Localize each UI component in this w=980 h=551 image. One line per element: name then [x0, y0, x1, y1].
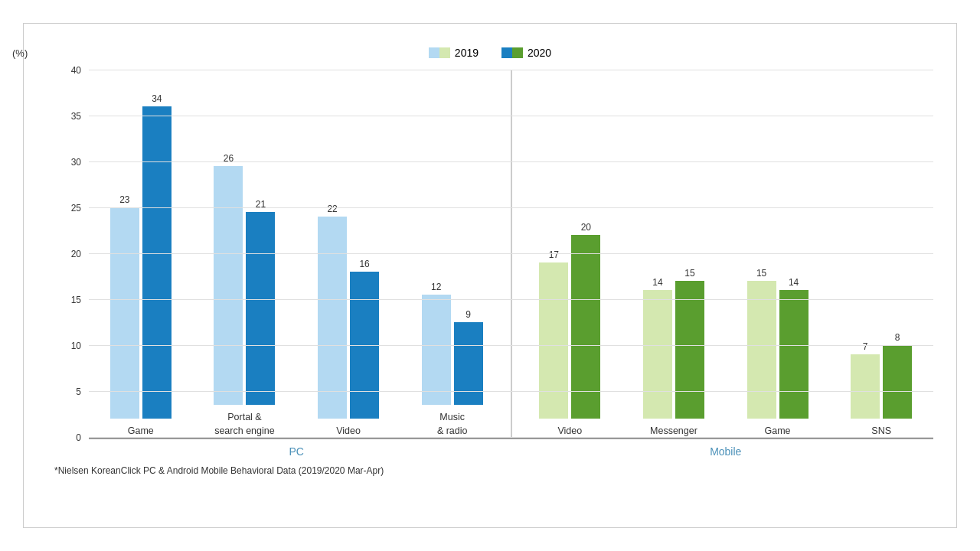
bar-2020-value-2: 14 [789, 277, 799, 288]
bar-2020-wrapper-1: 15 [675, 51, 704, 419]
y-tick-10: 10 [71, 341, 81, 350]
bar-2020-1 [675, 281, 704, 419]
y-tick-40: 40 [71, 66, 81, 75]
bar-2020-wrapper-3: 9 [454, 37, 483, 405]
bar-2019-value-1: 14 [652, 277, 662, 288]
bar-2020-value-1: 15 [684, 268, 694, 279]
y-tick-25: 25 [71, 204, 81, 213]
group-label-2: Video [336, 425, 361, 439]
bar-2020-value-0: 20 [581, 222, 591, 233]
bar-group-0: 1720Video [518, 51, 622, 439]
mobile-section-label: Mobile [518, 445, 934, 458]
bar-group-2: 2216Video [296, 51, 400, 439]
bar-2020-wrapper-3: 8 [883, 51, 912, 419]
group-label-3: SNS [871, 425, 891, 439]
chart-container: 2019 2020 (%) 0510152025303540 2334Game2… [23, 23, 957, 528]
footnote: *Nielsen KoreanClick PC & Android Mobile… [54, 465, 933, 476]
bar-2020-value-3: 9 [466, 309, 471, 320]
pc-section-label: PC [89, 445, 505, 458]
bar-2020-value-0: 34 [152, 93, 162, 104]
bar-2019-value-2: 15 [756, 268, 766, 279]
bar-2020-2 [779, 290, 808, 419]
bar-2020-value-1: 21 [256, 199, 266, 210]
baseline [89, 438, 933, 439]
group-label-3: Music& radio [437, 411, 468, 438]
bar-2019-wrapper-2: 15 [747, 51, 776, 419]
bar-2020-1 [246, 212, 275, 405]
bar-2019-1 [214, 166, 243, 405]
bar-2019-wrapper-1: 14 [643, 51, 672, 419]
bar-2019-wrapper-3: 12 [422, 37, 451, 405]
bar-2020-0 [142, 106, 172, 419]
bar-group-3: 78SNS [829, 51, 933, 439]
chart-area: 0510152025303540 2334Game2621Portal &sea… [89, 70, 933, 438]
bar-2019-value-3: 12 [431, 282, 441, 292]
bar-2019-2 [318, 217, 347, 419]
bar-2020-2 [350, 272, 379, 419]
bar-group-1: 2621Portal &search engine [193, 37, 297, 438]
bar-2020-3 [454, 322, 483, 405]
bar-2020-wrapper-0: 34 [142, 51, 172, 419]
bar-2020-wrapper-2: 16 [350, 51, 379, 419]
bar-2019-3 [851, 354, 880, 419]
bar-2019-0 [539, 262, 568, 419]
bar-2019-value-0: 17 [549, 249, 559, 260]
section-labels: PC Mobile [89, 445, 933, 458]
bar-2019-value-2: 22 [327, 204, 337, 214]
group-label-1: Messenger [650, 425, 697, 439]
group-label-2: Game [765, 425, 791, 439]
bar-group-1: 1415Messenger [622, 51, 726, 439]
bar-2019-value-1: 26 [224, 153, 234, 164]
bar-2019-value-3: 7 [863, 341, 868, 352]
bar-2020-value-2: 16 [359, 259, 369, 269]
bar-group-3: 129Music& radio [400, 37, 505, 438]
bar-group-2: 1514Game [726, 51, 830, 439]
group-label-0: Video [557, 425, 582, 439]
y-axis-title: (%) [12, 47, 28, 59]
bar-2020-wrapper-0: 20 [571, 51, 600, 419]
y-tick-0: 0 [76, 433, 81, 442]
bar-2019-0 [110, 207, 139, 419]
group-label-1: Portal &search engine [214, 411, 275, 438]
bar-2019-3 [422, 295, 451, 405]
bar-2019-value-0: 23 [119, 194, 129, 205]
bar-group-0: 2334Game [89, 51, 193, 439]
y-tick-15: 15 [71, 295, 81, 305]
y-tick-5: 5 [76, 387, 81, 396]
group-label-0: Game [128, 425, 154, 439]
bar-2020-3 [883, 345, 912, 419]
section-divider [511, 70, 512, 438]
bar-2019-wrapper-2: 22 [318, 51, 347, 419]
y-tick-30: 30 [71, 158, 81, 167]
bar-2020-0 [571, 235, 600, 419]
y-axis: 0510152025303540 [47, 70, 85, 438]
bar-2019-wrapper-1: 26 [214, 37, 243, 405]
bar-2019-wrapper-0: 17 [539, 51, 568, 419]
bar-2020-value-3: 8 [895, 332, 900, 343]
bar-2019-wrapper-3: 7 [851, 51, 880, 419]
y-tick-20: 20 [71, 249, 81, 259]
bar-2019-2 [747, 281, 776, 419]
bar-2020-wrapper-2: 14 [779, 51, 808, 419]
bar-2020-wrapper-1: 21 [246, 37, 275, 405]
bar-2019-1 [643, 290, 672, 419]
y-tick-35: 35 [71, 112, 81, 121]
bar-2019-wrapper-0: 23 [110, 51, 139, 419]
